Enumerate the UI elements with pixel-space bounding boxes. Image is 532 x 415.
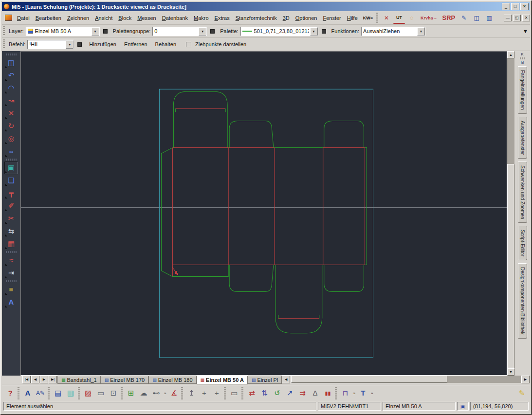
palette-swatch-button[interactable]: [210, 29, 215, 34]
toolbar-overflow-button[interactable]: ▼: [523, 28, 530, 34]
marker-icon[interactable]: ┳: [4, 187, 18, 199]
panel-tab-designkomponenten[interactable]: Designkomponenten-Bibliothek: [518, 263, 527, 338]
srp-icon[interactable]: SRP: [440, 12, 458, 24]
menu-extras[interactable]: Extras: [212, 14, 233, 22]
brush-icon[interactable]: ✐: [4, 199, 18, 212]
vertical-scroll-thumb[interactable]: [507, 164, 514, 368]
sheet-tab-einzel-mb-170[interactable]: ▤ Einzel MB 170: [101, 376, 148, 384]
hatch-tool-icon[interactable]: ▨: [82, 387, 94, 399]
menu-stanzformtechnik[interactable]: Stanzformtechnik: [233, 14, 280, 22]
palette-combo[interactable]: 501_0,71_23,80_01212 ▼: [240, 27, 318, 36]
panel-tab-ausgabefenster[interactable]: Ausgabefenster: [518, 117, 527, 159]
circle-icon[interactable]: ◎: [4, 132, 18, 145]
panel-tab-script-editor[interactable]: Script-Editor: [518, 226, 527, 260]
horizontal-scrollbar[interactable]: [291, 376, 521, 383]
layer-swatch-button[interactable]: [103, 29, 108, 34]
cylinder-icon[interactable]: ◫: [471, 12, 482, 24]
zoom-region-icon[interactable]: ⊡: [107, 387, 120, 399]
wave-icon[interactable]: ≈: [4, 254, 18, 267]
tab-next-button[interactable]: ▶: [40, 376, 48, 383]
mdi-restore-button[interactable]: ◱: [513, 15, 521, 21]
hinzufuegen-button[interactable]: Hinzufügen: [87, 40, 119, 48]
mdi-close-button[interactable]: ✕: [522, 15, 530, 21]
angle-tool-icon[interactable]: ∡: [167, 387, 180, 399]
sheet-tab-bandstahl-1[interactable]: ▦ Bandstahl_1: [57, 376, 101, 384]
document-icon[interactable]: [5, 15, 12, 21]
datum-tool-icon[interactable]: ↥: [185, 387, 198, 399]
menu-zeichnen[interactable]: Zeichnen: [64, 14, 92, 22]
stretch-icon[interactable]: ⇔: [4, 145, 18, 158]
move-up-tool-icon[interactable]: ↗: [283, 387, 296, 399]
chevron-down-icon[interactable]: ▼: [66, 40, 73, 49]
align-edge-icon[interactable]: ⇥: [4, 267, 18, 279]
sheet-tab-einzel-mb-50-a[interactable]: ▦ Einzel MB 50 A: [197, 376, 248, 384]
rotate-copy-tool-icon[interactable]: ↺: [271, 387, 283, 399]
toolbar-overflow-button[interactable]: »: [369, 391, 374, 396]
mirror-x-tool-icon[interactable]: ⇄: [245, 387, 258, 399]
toolbar-overflow-button[interactable]: »: [163, 391, 167, 396]
scroll-down-button[interactable]: ▼: [507, 368, 514, 376]
tab-prev-button[interactable]: ◀: [31, 376, 39, 383]
menu-optionen[interactable]: Optionen: [293, 14, 320, 22]
stamp-tool-icon[interactable]: ⊓: [339, 387, 351, 399]
bars-tool-icon[interactable]: ▮▮: [321, 387, 334, 399]
transform-tool-icon[interactable]: T: [357, 387, 369, 399]
delta-tool-icon[interactable]: Δ: [309, 387, 321, 399]
vertical-scrollbar[interactable]: ▲ ▼: [507, 51, 514, 376]
menu-datenbank[interactable]: Datenbank: [159, 14, 191, 22]
mirror-y-tool-icon[interactable]: ⇅: [258, 387, 271, 399]
menu-messen[interactable]: Messen: [134, 14, 159, 22]
panel-tab-fangeinstellungen[interactable]: Fangeinstellungen: [518, 66, 527, 114]
chevron-down-icon[interactable]: ▼: [92, 27, 99, 36]
text-icon[interactable]: A: [4, 296, 18, 308]
trim-icon[interactable]: ✂: [4, 212, 18, 225]
tab-scroll-left-button[interactable]: ◀: [282, 376, 290, 383]
scroll-up-button[interactable]: ▲: [507, 51, 514, 58]
grid-tool-icon[interactable]: ⊞: [125, 387, 137, 399]
minimize-button[interactable]: _: [502, 3, 510, 10]
point-tool-icon[interactable]: +: [198, 387, 210, 399]
entfernen-button[interactable]: Entfernen: [122, 40, 150, 48]
close-button[interactable]: ✕: [520, 3, 529, 10]
rectangle-tool-icon[interactable]: ▭: [228, 387, 240, 399]
menu-hilfe[interactable]: Hilfe: [344, 14, 361, 22]
copy-icon[interactable]: ❏: [4, 174, 18, 187]
sketch-icon[interactable]: ✎: [458, 12, 470, 24]
curve-icon[interactable]: ↝: [4, 94, 18, 107]
layer-combo[interactable]: Einzel MB 50 A ▼: [26, 27, 100, 36]
region-tool-icon[interactable]: ▭: [94, 387, 107, 399]
rotate-icon[interactable]: ↻: [4, 120, 18, 132]
snap-point-tool-icon[interactable]: +: [210, 387, 223, 399]
drawing-canvas[interactable]: [20, 51, 507, 376]
mdi-minimize-button[interactable]: —: [504, 15, 512, 21]
chevron-down-icon[interactable]: ▼: [417, 27, 425, 36]
tab-first-button[interactable]: |◀: [22, 376, 31, 383]
kws-logo-icon[interactable]: KW≡: [361, 12, 375, 24]
horizontal-scroll-thumb[interactable]: [291, 376, 447, 383]
menu-makro[interactable]: Makro: [191, 14, 212, 22]
funktionen-swatch-button[interactable]: [322, 29, 326, 34]
menu-3d[interactable]: 3D: [280, 14, 293, 22]
die-drawing[interactable]: [21, 52, 507, 375]
menu-datei[interactable]: Datei: [14, 14, 33, 22]
swap-direction-icon[interactable]: ⇆: [4, 225, 18, 237]
ziehpunkte-checkbox[interactable]: [186, 42, 191, 47]
undo-icon[interactable]: ↶: [4, 69, 18, 82]
dimension-icon[interactable]: ✕: [381, 12, 392, 24]
export-icon[interactable]: ▥: [64, 387, 77, 399]
fill-region-icon[interactable]: ▣: [4, 162, 18, 174]
connector-tool-icon[interactable]: ⊷: [150, 387, 163, 399]
line-format-icon[interactable]: ≡: [4, 283, 18, 296]
pencil-tool-icon[interactable]: ✎: [515, 387, 528, 399]
sheet-tab-einzel-pl[interactable]: ▤ Einzel Pl: [248, 376, 282, 384]
menu-fenster[interactable]: Fenster: [320, 14, 344, 22]
befehl-combo[interactable]: !HIL ▼: [27, 40, 74, 49]
cloud-tool-icon[interactable]: ☁: [137, 387, 150, 399]
chevron-down-icon[interactable]: ▼: [199, 27, 206, 36]
menu-bearbeiten[interactable]: Bearbeiten: [33, 14, 64, 22]
arc-icon[interactable]: ◠: [4, 82, 18, 94]
menu-ansicht[interactable]: Ansicht: [92, 14, 115, 22]
array-tool-icon[interactable]: ⇉: [296, 387, 309, 399]
help-icon[interactable]: ?: [4, 387, 17, 399]
tab-last-button[interactable]: ▶|: [49, 376, 57, 383]
